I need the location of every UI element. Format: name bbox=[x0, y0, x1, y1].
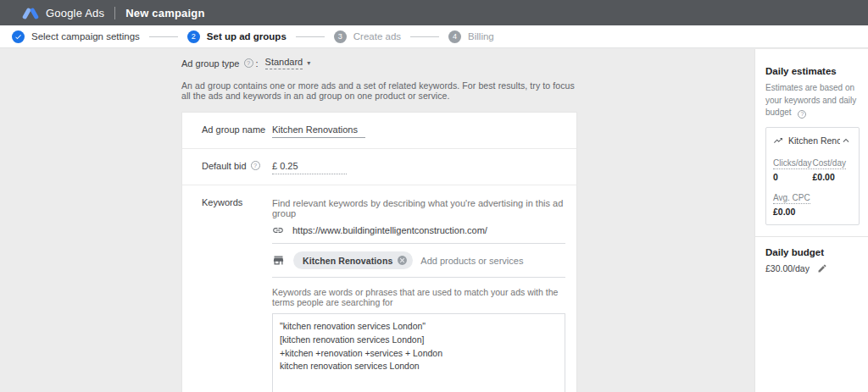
link-icon bbox=[272, 224, 284, 236]
stat-value: 0 bbox=[773, 172, 813, 182]
step-set-up-ad-groups[interactable]: 2 Set up ad groups bbox=[187, 30, 287, 43]
step-number-icon: 3 bbox=[334, 30, 347, 43]
step-label: Select campaign settings bbox=[31, 31, 140, 41]
keywords-hint-2: Keywords are words or phrases that are u… bbox=[272, 287, 565, 307]
products-row: Kitchen Renovations Add products or serv… bbox=[272, 251, 565, 278]
stat-label: Clicks/day bbox=[773, 158, 812, 169]
ad-group-name-row: Ad group name Kitchen Renovations bbox=[182, 113, 576, 148]
daily-budget-value: £30.00/day bbox=[765, 263, 810, 273]
step-connector bbox=[149, 36, 178, 37]
product-chip[interactable]: Kitchen Renovations bbox=[293, 251, 413, 269]
edit-budget-icon[interactable] bbox=[817, 263, 827, 273]
website-url-row[interactable]: https://www.buildingintelligentconstruct… bbox=[272, 224, 565, 244]
ad-group-type-select[interactable]: Standard bbox=[265, 57, 303, 69]
page-title: New campaign bbox=[125, 7, 204, 19]
main-area: Ad group type ? : Standard ▾ An ad group… bbox=[0, 49, 868, 392]
ad-group-name-input[interactable]: Kitchen Renovations bbox=[272, 124, 365, 138]
title-divider bbox=[114, 7, 115, 19]
stat-value: £0.00 bbox=[813, 172, 853, 182]
stat-value: £0.00 bbox=[773, 207, 813, 217]
step-connector bbox=[296, 36, 325, 37]
product-chip-label: Kitchen Renovations bbox=[303, 256, 392, 266]
step-current-icon: 2 bbox=[187, 30, 200, 43]
daily-budget-title: Daily budget bbox=[765, 247, 860, 257]
step-connector bbox=[410, 36, 439, 37]
chevron-up-icon[interactable] bbox=[840, 135, 852, 146]
default-bid-row: Default bid ? £ 0.25 bbox=[182, 148, 576, 185]
estimates-sidebar: Daily estimates Estimates are based on y… bbox=[754, 49, 868, 392]
check-icon bbox=[14, 33, 22, 41]
step-create-ads[interactable]: 3 Create ads bbox=[334, 30, 401, 43]
step-label: Set up ad groups bbox=[207, 31, 287, 41]
ad-group-intro-text: An ad group contains one or more ads and… bbox=[181, 80, 577, 101]
step-billing[interactable]: 4 Billing bbox=[448, 30, 494, 43]
ad-group-card: Ad group name Kitchen Renovations Defaul… bbox=[181, 112, 577, 392]
campaign-stepper: Select campaign settings 2 Set up ad gro… bbox=[0, 25, 868, 48]
ad-group-type-row: Ad group type ? : Standard ▾ bbox=[181, 57, 577, 69]
ad-group-type-separator: : bbox=[256, 58, 259, 69]
ad-group-form-area: Ad group type ? : Standard ▾ An ad group… bbox=[181, 49, 577, 392]
daily-estimates-title: Daily estimates bbox=[765, 66, 860, 76]
app-bar: Google Ads New campaign bbox=[0, 0, 868, 25]
step-number-icon: 4 bbox=[448, 30, 461, 43]
trending-up-icon bbox=[773, 135, 783, 146]
google-ads-logo-icon bbox=[24, 7, 38, 19]
stat-label: Avg. CPC bbox=[773, 193, 810, 204]
keywords-row: Keywords Find relevant keywords by descr… bbox=[182, 185, 576, 392]
chip-remove-icon[interactable] bbox=[397, 255, 408, 266]
storefront-icon bbox=[272, 254, 285, 267]
step-select-campaign-settings[interactable]: Select campaign settings bbox=[12, 30, 140, 43]
daily-estimates-description: Estimates are based on your keywords and… bbox=[765, 82, 860, 119]
stat-avg-cpc: Avg. CPC £0.00 bbox=[773, 189, 813, 217]
help-icon[interactable]: ? bbox=[244, 58, 253, 68]
help-icon[interactable]: ? bbox=[798, 110, 806, 119]
stat-cost-per-day: Cost/day £0.00 bbox=[813, 154, 853, 182]
default-bid-label: Default bid ? bbox=[202, 161, 272, 174]
website-url-input[interactable]: https://www.buildingintelligentconstruct… bbox=[292, 225, 487, 235]
keywords-label: Keywords bbox=[202, 197, 272, 392]
ad-group-name-label: Ad group name bbox=[202, 124, 272, 138]
estimate-ad-group-name: Kitchen Renovations bbox=[788, 135, 840, 146]
step-label: Billing bbox=[468, 31, 494, 41]
add-products-input[interactable]: Add products or services bbox=[420, 256, 523, 266]
sidebar-divider bbox=[755, 236, 868, 237]
estimate-card: Kitchen Renovations Clicks/day 0 Cost/da… bbox=[765, 127, 860, 225]
help-icon[interactable]: ? bbox=[251, 161, 260, 170]
default-bid-input[interactable]: £ 0.25 bbox=[272, 161, 347, 174]
step-label: Create ads bbox=[353, 31, 401, 41]
stat-clicks-per-day: Clicks/day 0 bbox=[773, 154, 813, 182]
chevron-down-icon[interactable]: ▾ bbox=[307, 59, 310, 67]
stat-label: Cost/day bbox=[813, 158, 846, 169]
product-name: Google Ads bbox=[46, 7, 104, 19]
keywords-textarea[interactable]: "kitchen renovation services London" [ki… bbox=[272, 313, 565, 392]
step-complete-icon bbox=[12, 30, 25, 43]
keywords-hint: Find relevant keywords by describing wha… bbox=[272, 198, 565, 218]
ad-group-type-label: Ad group type bbox=[181, 58, 240, 69]
